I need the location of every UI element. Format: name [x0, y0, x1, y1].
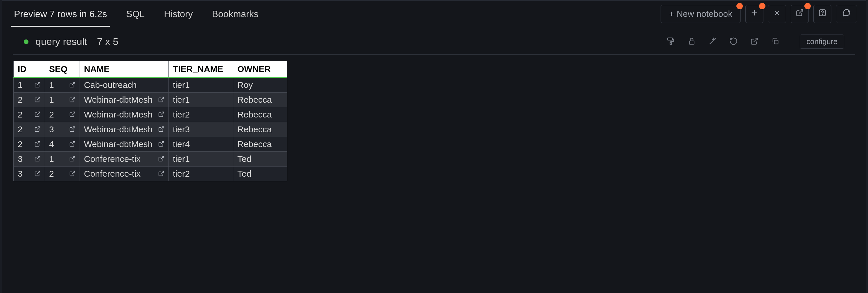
- cell-id-value: 2: [18, 124, 23, 134]
- new-notebook-button[interactable]: + New notebook: [660, 5, 741, 23]
- column-header-owner[interactable]: OWNER: [233, 61, 287, 77]
- tab-bookmarks[interactable]: Bookmarks: [209, 1, 261, 27]
- column-header-name[interactable]: NAME: [80, 61, 169, 77]
- column-header-seq[interactable]: SEQ: [45, 61, 80, 77]
- chat-button[interactable]: [836, 5, 857, 23]
- cell-id[interactable]: 2: [14, 107, 45, 122]
- external-link-icon[interactable]: [34, 139, 41, 149]
- external-link-icon[interactable]: [69, 124, 75, 134]
- cell-tier-name: tier1: [169, 77, 233, 93]
- open-external-button[interactable]: [791, 5, 809, 23]
- configure-button[interactable]: configure: [800, 35, 844, 49]
- undo-button[interactable]: [728, 37, 739, 47]
- notebook-toolbar: + New notebook: [660, 5, 857, 23]
- cell-tier-name: tier1: [169, 93, 233, 107]
- external-link-icon[interactable]: [69, 110, 75, 119]
- svg-line-22: [37, 127, 40, 130]
- cell-owner: Roy: [233, 77, 287, 93]
- tab-history[interactable]: History: [161, 1, 196, 27]
- wand-icon: [708, 37, 717, 47]
- external-link-icon[interactable]: [158, 95, 164, 105]
- result-title: query result: [35, 36, 87, 47]
- cell-id[interactable]: 3: [14, 152, 45, 167]
- svg-line-29: [72, 156, 75, 159]
- cell-seq[interactable]: 1: [45, 93, 80, 107]
- svg-rect-8: [670, 42, 672, 44]
- svg-line-30: [161, 156, 163, 159]
- cell-id[interactable]: 3: [14, 167, 45, 181]
- svg-line-4: [799, 10, 803, 14]
- cell-name[interactable]: Conference-tix: [80, 167, 169, 181]
- cell-id-value: 2: [18, 95, 23, 105]
- external-link-icon[interactable]: [69, 169, 75, 179]
- cell-tier-name: tier2: [169, 167, 233, 181]
- copy-button[interactable]: [770, 37, 781, 47]
- cell-seq[interactable]: 1: [45, 77, 80, 93]
- svg-line-19: [37, 112, 40, 115]
- external-link-icon[interactable]: [34, 80, 41, 90]
- external-link-icon[interactable]: [158, 169, 164, 179]
- close-button[interactable]: [768, 5, 786, 23]
- column-header-tier-name[interactable]: TIER_NAME: [169, 61, 233, 77]
- close-icon: [773, 9, 781, 19]
- cell-owner: Ted: [233, 152, 287, 167]
- cell-name[interactable]: Webinar-dbtMesh: [80, 137, 169, 152]
- cell-owner: Rebecca: [233, 122, 287, 137]
- external-link-icon[interactable]: [158, 110, 164, 119]
- cell-id[interactable]: 1: [14, 77, 45, 93]
- external-link-icon[interactable]: [34, 124, 41, 134]
- cell-id-value: 3: [18, 154, 23, 164]
- magic-button[interactable]: [707, 37, 718, 47]
- cell-id-value: 3: [18, 169, 23, 179]
- cell-seq-value: 4: [49, 139, 54, 149]
- column-header-id[interactable]: ID: [14, 61, 45, 77]
- cell-id[interactable]: 2: [14, 93, 45, 107]
- cell-id[interactable]: 2: [14, 137, 45, 152]
- popout-button[interactable]: [749, 37, 760, 47]
- cell-name[interactable]: Webinar-dbtMesh: [80, 93, 169, 107]
- cell-seq-value: 1: [49, 95, 54, 105]
- cell-owner: Rebecca: [233, 137, 287, 152]
- svg-line-18: [161, 97, 163, 100]
- tab-sql[interactable]: SQL: [123, 1, 148, 27]
- svg-line-12: [754, 38, 757, 42]
- svg-line-11: [714, 38, 716, 39]
- external-link-icon[interactable]: [69, 139, 75, 149]
- external-link-icon[interactable]: [69, 80, 75, 90]
- cell-seq[interactable]: 2: [45, 167, 80, 181]
- tab-preview[interactable]: Preview 7 rows in 6.2s: [11, 1, 110, 27]
- external-link-icon: [796, 9, 804, 19]
- cell-seq-value: 3: [49, 124, 54, 134]
- cell-tier-name: tier4: [169, 137, 233, 152]
- svg-line-20: [72, 112, 75, 115]
- cell-name[interactable]: Conference-tix: [80, 152, 169, 167]
- external-link-icon[interactable]: [34, 169, 41, 179]
- external-link-icon[interactable]: [34, 154, 41, 164]
- help-icon: [818, 9, 827, 19]
- table-header-row: ID SEQ NAME TIER_NAME OWNER: [14, 61, 287, 77]
- cell-seq[interactable]: 2: [45, 107, 80, 122]
- external-link-icon[interactable]: [158, 124, 164, 134]
- external-link-icon[interactable]: [34, 95, 41, 105]
- cell-name[interactable]: Webinar-dbtMesh: [80, 122, 169, 137]
- cell-name[interactable]: Cab-outreach: [80, 77, 169, 93]
- help-button[interactable]: [813, 5, 831, 23]
- cell-owner: Ted: [233, 167, 287, 181]
- external-link-icon[interactable]: [158, 139, 164, 149]
- plus-icon: [750, 9, 758, 19]
- cell-seq[interactable]: 4: [45, 137, 80, 152]
- lock-button[interactable]: [686, 37, 697, 47]
- cell-seq[interactable]: 1: [45, 152, 80, 167]
- add-button[interactable]: [745, 5, 764, 23]
- cell-name[interactable]: Webinar-dbtMesh: [80, 107, 169, 122]
- external-link-icon[interactable]: [69, 154, 75, 164]
- external-link-icon[interactable]: [34, 110, 41, 119]
- format-button[interactable]: [665, 37, 676, 47]
- cell-seq-value: 1: [49, 80, 54, 90]
- external-link-icon[interactable]: [158, 154, 164, 164]
- cell-id[interactable]: 2: [14, 122, 45, 137]
- external-link-icon[interactable]: [69, 95, 75, 105]
- table-row: 22Webinar-dbtMeshtier2Rebecca: [14, 107, 287, 122]
- cell-name-value: Webinar-dbtMesh: [84, 110, 153, 119]
- cell-seq[interactable]: 3: [45, 122, 80, 137]
